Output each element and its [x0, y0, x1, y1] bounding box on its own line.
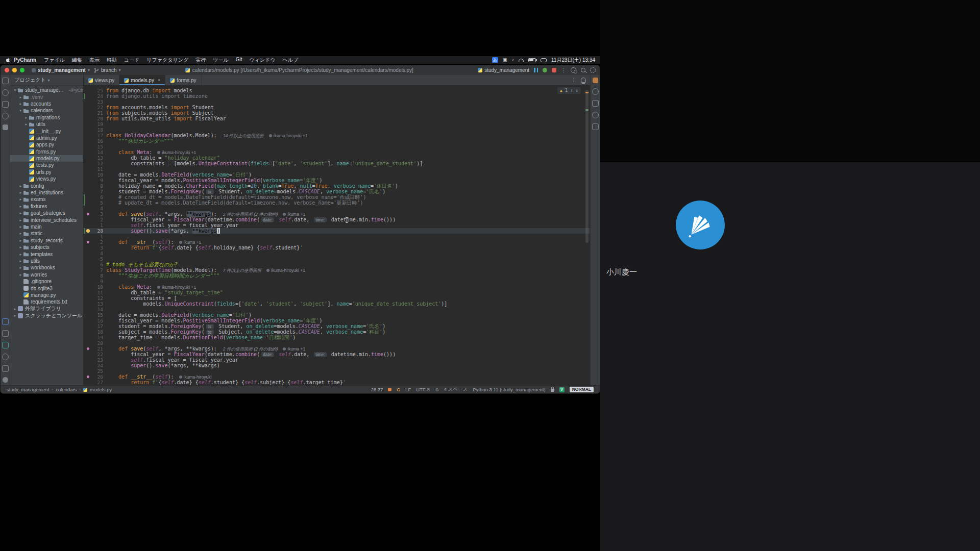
code-line[interactable]: 4 — [84, 251, 590, 256]
tree-item[interactable]: ▾study_management~/PyCh — [10, 87, 83, 93]
gutter-cell[interactable]: 13 — [84, 155, 106, 161]
ime-icon[interactable]: あ — [492, 57, 498, 63]
tree-item[interactable]: tests.py — [10, 162, 83, 168]
branch-selector[interactable]: branch▾ — [94, 67, 121, 73]
minimize-window-button[interactable] — [12, 68, 17, 72]
notifications-bell-icon[interactable] — [581, 78, 586, 83]
tree-item[interactable]: manage.py — [10, 292, 83, 298]
database-icon[interactable] — [592, 100, 599, 107]
apple-menu-icon[interactable] — [5, 57, 11, 63]
code-line[interactable]: 25from django.db import models — [84, 88, 590, 93]
code-line[interactable]: 27 return f'{self.date} {self.student} {… — [84, 380, 590, 385]
globe-icon[interactable]: ⊕ — [435, 387, 439, 392]
code-line[interactable]: 2 fiscal_year = FiscalYear(datetime.comb… — [84, 217, 590, 222]
tree-item[interactable]: ▸study_records — [10, 237, 83, 244]
tree-item[interactable]: __init__.py — [10, 128, 83, 134]
code-line[interactable]: 24 super().save(*args, **kwargs) — [84, 363, 590, 368]
settings-icon[interactable] — [590, 67, 596, 73]
lock-icon[interactable] — [551, 389, 554, 392]
code-line[interactable]: 3 return f'{self.date} {self.holiday_nam… — [84, 245, 590, 251]
code-line[interactable]: 3 def save(self, *args, **kwargs):2 件の使用… — [84, 211, 590, 217]
tree-item[interactable]: ▸goal_strategies — [10, 210, 83, 216]
code-line[interactable]: 14 — [84, 307, 590, 312]
coverage-icon[interactable] — [592, 112, 599, 118]
gutter-cell[interactable]: 11 — [84, 290, 106, 295]
gutter-cell[interactable]: 21 — [84, 346, 106, 352]
gutter-cell[interactable]: 10 — [84, 284, 106, 290]
breadcrumb-item[interactable]: models.py — [90, 387, 112, 392]
gutter-cell[interactable]: 15 — [84, 312, 106, 318]
wifi-icon[interactable] — [519, 59, 524, 62]
code-line[interactable]: 6 # created_dt = models.DateTimeField(de… — [84, 194, 590, 200]
gutter-cell[interactable]: 20 — [84, 340, 106, 346]
tree-item[interactable]: ▸static — [10, 230, 83, 237]
menu-item[interactable]: 編集 — [68, 57, 86, 64]
gutter-cell[interactable]: 8 — [84, 273, 106, 279]
gutter-cell[interactable]: 12 — [84, 295, 106, 301]
tree-item[interactable]: ▸.venv — [10, 93, 83, 100]
code-line[interactable]: 5 — [84, 256, 590, 262]
code-line[interactable]: 1 self.fiscal_year = fiscal_year.year — [84, 222, 590, 228]
tree-item[interactable]: ▸workbooks — [10, 264, 83, 271]
gutter-cell[interactable]: 16 — [84, 138, 106, 144]
tree-item[interactable]: ▸accounts — [10, 101, 83, 107]
tree-item[interactable]: apps.py — [10, 141, 83, 148]
ideavim-icon[interactable]: V — [559, 387, 565, 392]
commit-toolwindow-icon[interactable] — [2, 89, 9, 96]
pause-button[interactable] — [534, 68, 538, 72]
gutter-cell[interactable]: 21 — [84, 110, 106, 116]
project-selector[interactable]: study_management▾ — [32, 67, 90, 73]
code-line[interactable]: 15 — [84, 144, 590, 149]
code-line[interactable]: 24from django.utils import timezone — [84, 93, 590, 99]
ai-assistant-icon[interactable] — [593, 78, 598, 83]
structure-toolwindow-icon[interactable] — [2, 101, 9, 108]
gutter-cell[interactable]: 20 — [84, 116, 106, 121]
bookmarks-icon[interactable] — [3, 124, 8, 130]
code-line[interactable]: 10 date = models.DateField(verbose_name=… — [84, 172, 590, 178]
breadcrumb-item[interactable]: study_management — [7, 387, 49, 392]
code-line[interactable]: 22from accounts.models import Student — [84, 105, 590, 110]
tree-item[interactable]: ▸migrations — [10, 114, 83, 121]
gutter-cell[interactable]: 1 — [84, 222, 106, 228]
gutter-cell[interactable]: 13 — [84, 301, 106, 307]
gutter-cell[interactable]: 14 — [84, 307, 106, 312]
menu-item[interactable]: 実行 — [192, 57, 209, 64]
code-line[interactable]: 12 constraints = [ — [84, 295, 590, 301]
tab-views.py[interactable]: views.py — [84, 75, 119, 85]
tree-item[interactable]: ▸fixtures — [10, 203, 83, 210]
python-console-icon[interactable] — [2, 330, 9, 337]
git-toolwindow-icon[interactable] — [3, 377, 8, 383]
tree-item[interactable]: ▸subjects — [10, 244, 83, 251]
run-config-selector[interactable]: study_management — [478, 67, 529, 73]
code-line[interactable]: 22 fiscal_year = FiscalYear(datetime.com… — [84, 352, 590, 357]
tree-item[interactable]: ▸utils — [10, 258, 83, 264]
code-line[interactable]: 6# todo そもそも必要なのか? — [84, 262, 590, 267]
more-actions-icon[interactable]: ⋮ — [561, 68, 566, 73]
gutter-cell[interactable]: 27 — [84, 380, 106, 385]
menu-app-name[interactable]: PyCharm — [14, 57, 36, 63]
tree-item[interactable]: urls.py — [10, 169, 83, 176]
code-line[interactable]: 21from subjects.models import Subject — [84, 110, 590, 116]
code-line[interactable]: 9 — [84, 279, 590, 284]
menu-item[interactable]: コード — [120, 57, 143, 64]
code-line[interactable]: 2 def __str__(self):ikuma +1 — [84, 239, 590, 245]
gutter-cell[interactable]: 2 — [84, 239, 106, 245]
gutter-cell[interactable]: 3 — [84, 211, 106, 217]
code-line[interactable]: 8 """生徒ごとの学習目標時間カレンダー""" — [84, 273, 590, 279]
sound-icon[interactable]: ♪ — [512, 57, 514, 63]
intention-bulb-icon[interactable] — [85, 229, 90, 234]
code-line[interactable]: 17 student = models.ForeignKey(to: Stude… — [84, 323, 590, 329]
gutter-cell[interactable]: 3 — [84, 245, 106, 251]
tree-item[interactable]: requirements.txt — [10, 298, 83, 305]
gutter-cell[interactable]: 23 — [84, 99, 106, 105]
editor-scrollbar[interactable] — [585, 86, 589, 385]
gutter-cell[interactable]: 17 — [84, 133, 106, 138]
tab-options-icon[interactable]: ⋮ — [571, 78, 576, 83]
gutter-cell[interactable]: 1 — [84, 234, 106, 239]
tree-item[interactable]: ▸スクラッチとコンソール — [10, 312, 83, 319]
code-line[interactable]: 18 — [84, 127, 590, 133]
gutter-cell[interactable]: 18 — [84, 329, 106, 335]
battery-icon[interactable] — [528, 58, 536, 62]
code-line[interactable]: 18 subject = models.ForeignKey(to: Subje… — [84, 329, 590, 335]
services-icon[interactable] — [2, 342, 9, 348]
